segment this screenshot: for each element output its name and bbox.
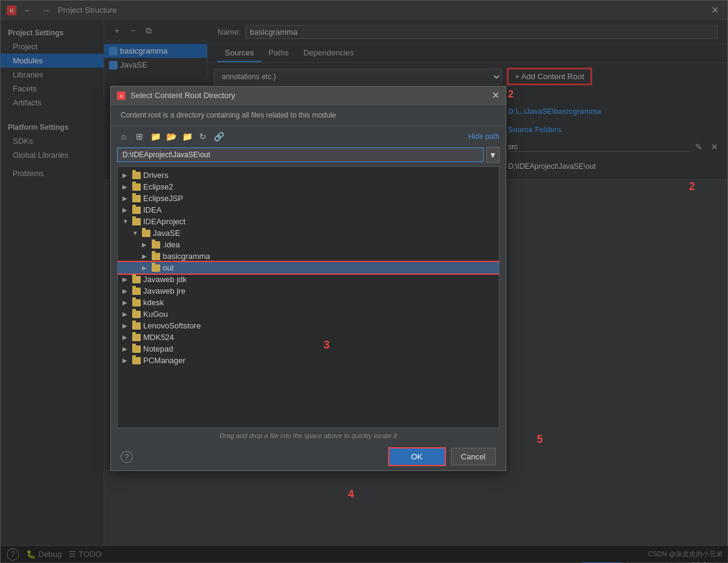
chevron-idea: ▶	[122, 207, 130, 213]
annotation-3: 3	[323, 339, 330, 352]
folder2-icon-button[interactable]: 📂	[164, 130, 178, 143]
folder-icon-out	[152, 264, 160, 272]
chevron-kugou: ▶	[122, 311, 130, 317]
chevron-javaweb-jdk: ▶	[122, 276, 130, 283]
dialog-title: Select Content Root Directory	[130, 91, 235, 100]
folder-icon-mdk524	[132, 334, 141, 341]
dialog-title-bar: u Select Content Root Directory ✕	[111, 87, 506, 105]
folder-icon-javaweb-jdk	[132, 276, 141, 283]
dialog-toolbar-left: ⌂ ⊞ 📁 📂 📁 ↻ 🔗	[117, 130, 225, 143]
dialog-cancel-button[interactable]: Cancel	[451, 448, 496, 466]
home-icon-button[interactable]: ⌂	[117, 130, 130, 143]
select-content-root-dialog: u Select Content Root Directory ✕ Conten…	[110, 86, 506, 471]
tree-item-eclipsejsp[interactable]: ▶ EclipseJSP	[118, 193, 499, 204]
annotation-2: 2	[508, 89, 721, 100]
refresh-icon-button[interactable]: ↻	[196, 130, 210, 143]
tree-item-idea-sub[interactable]: ▶ .idea	[118, 239, 499, 250]
chevron-basicgramma: ▶	[142, 253, 149, 260]
folder-icon-pcmanager	[132, 357, 141, 364]
folder-icon-basicgramma	[152, 253, 160, 260]
annotation-5: 5	[537, 433, 543, 446]
dialog-help-icon[interactable]: ?	[121, 451, 133, 463]
dialog-toolbar: ⌂ ⊞ 📁 📂 📁 ↻ 🔗 Hide path	[111, 126, 506, 147]
chevron-ideaproject: ▼	[122, 218, 130, 225]
folder-icon-javase	[142, 230, 150, 237]
chevron-eclipse2: ▶	[122, 183, 130, 190]
tree-item-pcmanager[interactable]: ▶ PCManager	[118, 355, 499, 366]
tree-item-notepad[interactable]: ▶ Notepad	[118, 343, 499, 355]
tree-item-kugou[interactable]: ▶ KuGou	[118, 308, 499, 320]
tree-item-javaweb-jre[interactable]: ▶ Javaweb jre	[118, 285, 499, 297]
chevron-out: ▶	[142, 264, 149, 271]
dialog-close-button[interactable]: ✕	[492, 90, 500, 101]
folder-icon-idea	[132, 207, 141, 214]
tree-item-basicgramma[interactable]: ▶ basicgramma	[118, 250, 499, 262]
annotation-2-right: 2	[689, 180, 695, 193]
chevron-drivers: ▶	[122, 172, 130, 179]
folder-icon-kdesk	[132, 299, 141, 306]
tree-item-mdk524[interactable]: ▶ MDK524	[118, 331, 499, 343]
path-row: ▼	[111, 147, 506, 166]
folder1-icon-button[interactable]: 📁	[149, 130, 162, 143]
folder-icon-notepad	[132, 345, 141, 353]
chevron-notepad: ▶	[122, 345, 130, 352]
folder-icon-idea-sub	[152, 241, 160, 249]
chevron-pcmanager: ▶	[122, 357, 130, 364]
tree-item-eclipse2[interactable]: ▶ Eclipse2	[118, 181, 499, 193]
chevron-mdk524: ▶	[122, 334, 130, 341]
chevron-javaweb-jre: ▶	[122, 288, 130, 294]
dialog-ok-button[interactable]: OK	[389, 448, 445, 465]
folder-icon-eclipsejsp	[132, 195, 141, 202]
tree-item-lenovosoftstore[interactable]: ▶ LenovoSoftstore	[118, 320, 499, 331]
folder-icon-drivers	[132, 172, 141, 179]
dialog-title-left: u Select Content Root Directory	[117, 91, 235, 100]
dialog-icon: u	[117, 91, 125, 100]
tree-item-kdesk[interactable]: ▶ kdesk	[118, 297, 499, 308]
file-tree-wrapper: ▶ Drivers ▶ Eclipse2 ▶ EclipseJSP ▶	[111, 166, 506, 428]
folder-icon-kugou	[132, 311, 141, 318]
tree-item-ideaproject[interactable]: ▼ IDEAproject	[118, 216, 499, 227]
desktop-icon-button[interactable]: ⊞	[133, 130, 146, 143]
chevron-kdesk: ▶	[122, 299, 130, 306]
tree-item-idea[interactable]: ▶ IDEA	[118, 204, 499, 216]
chevron-eclipsejsp: ▶	[122, 195, 130, 202]
drag-hint: Drag and drop a file into the space abov…	[111, 428, 506, 443]
annotation-4: 4	[348, 488, 354, 501]
main-window: u ← → Project Structure ✕ Project Settin…	[0, 0, 728, 563]
tree-item-javase[interactable]: ▼ JavaSE	[118, 227, 499, 239]
file-tree[interactable]: ▶ Drivers ▶ Eclipse2 ▶ EclipseJSP ▶	[117, 166, 500, 428]
path-input[interactable]	[117, 147, 484, 162]
tree-item-drivers[interactable]: ▶ Drivers	[118, 169, 499, 181]
folder-icon-lenovosoftstore	[132, 322, 141, 330]
chevron-javase: ▼	[132, 230, 140, 236]
path-dropdown-button[interactable]: ▼	[486, 147, 500, 163]
hide-path-button[interactable]: Hide path	[468, 132, 500, 141]
chevron-lenovosoftstore: ▶	[122, 322, 130, 329]
dialog-buttons: ? OK Cancel	[111, 443, 506, 470]
link-icon-button[interactable]: 🔗	[212, 130, 225, 143]
tree-item-out[interactable]: ▶ out	[118, 262, 499, 274]
tree-item-javaweb-jdk[interactable]: ▶ Javaweb jdk	[118, 274, 499, 285]
folder3-icon-button[interactable]: 📁	[180, 130, 194, 143]
folder-icon-ideaproject	[132, 218, 141, 225]
folder-icon-javaweb-jre	[132, 288, 141, 295]
folder-icon-eclipse2	[132, 183, 141, 191]
chevron-idea-sub: ▶	[142, 241, 149, 248]
dialog-description: Content root is a directory containing a…	[111, 105, 506, 126]
